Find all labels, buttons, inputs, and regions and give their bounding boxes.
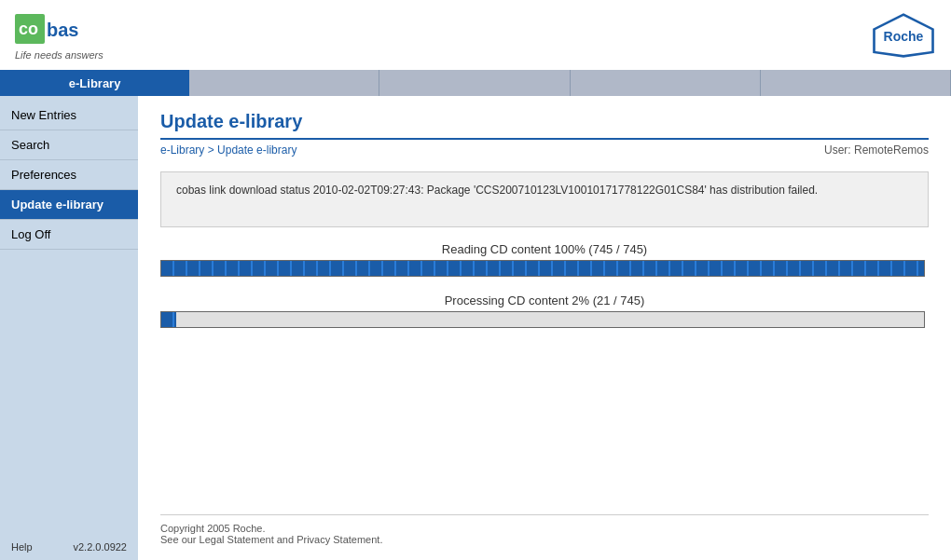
sidebar-item-new-entries[interactable]: New Entries [0,101,138,130]
nav-tab-elibrary[interactable]: e-Library [0,70,189,96]
nav-tab-1[interactable] [189,70,379,96]
status-message: cobas link download status 2010-02-02T09… [176,184,818,197]
progress-2-label: Processing CD content 2% (21 / 745) [160,294,929,307]
progress-bar-1-fill [161,261,924,276]
nav-tab-4[interactable] [761,70,951,96]
roche-logo: Roche [871,12,936,59]
layout: New Entries Search Preferences Update e-… [0,96,951,560]
header: co bas Life needs answers Roche [0,0,951,70]
svg-text:bas: bas [47,20,78,40]
status-area: cobas link download status 2010-02-02T09… [160,171,929,227]
sidebar-item-log-off[interactable]: Log Off [0,220,138,250]
svg-text:co: co [19,20,38,38]
nav-tab-2[interactable] [379,70,570,96]
breadcrumb-separator: > [204,143,217,157]
progress-section-1: Reading CD content 100% (745 / 745) [160,242,929,277]
help-label: Help [11,541,33,553]
sidebar: New Entries Search Preferences Update e-… [0,96,138,560]
logo-area: co bas Life needs answers [15,10,117,61]
nav-tab-3[interactable] [571,70,761,96]
version-label: v2.2.0.0922 [74,541,128,553]
progress-1-label: Reading CD content 100% (745 / 745) [160,242,929,256]
progress-bar-2-fill [161,312,176,327]
sidebar-footer: Help v2.2.0.0922 [0,534,138,560]
sidebar-item-update-elibrary[interactable]: Update e-library [0,190,138,220]
footer: Copyright 2005 Roche. See our Legal Stat… [160,514,929,545]
tagline: Life needs answers [15,49,117,61]
nav-bar: e-Library [0,70,951,96]
sidebar-item-preferences[interactable]: Preferences [0,160,138,190]
progress-bar-1-container [160,260,925,277]
logo: co bas [15,10,117,48]
breadcrumb-current: Update e-library [217,143,296,157]
user-info: User: RemoteRemos [824,143,929,157]
cobas-logo: co bas [15,10,117,48]
footer-line-1: Copyright 2005 Roche. [160,523,929,534]
breadcrumb: e-Library > Update e-library [160,143,296,157]
progress-bar-2-container [160,311,925,328]
footer-line-2: See our Legal Statement and Privacy Stat… [160,534,929,545]
progress-section-2: Processing CD content 2% (21 / 745) [160,294,929,328]
main-content: Update e-library e-Library > Update e-li… [138,96,951,560]
svg-text:Roche: Roche [884,28,924,43]
breadcrumb-bar: e-Library > Update e-library User: Remot… [160,143,929,157]
page-title: Update e-library [160,111,929,140]
sidebar-item-search[interactable]: Search [0,130,138,160]
breadcrumb-home[interactable]: e-Library [160,143,204,157]
